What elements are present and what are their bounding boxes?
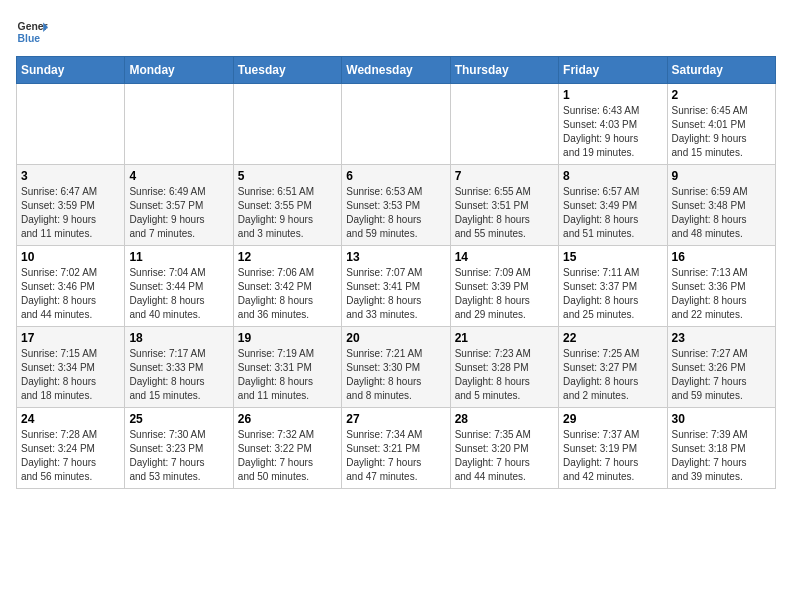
weekday-header: Sunday [17,57,125,84]
day-number: 18 [129,331,228,345]
calendar-body: 1Sunrise: 6:43 AM Sunset: 4:03 PM Daylig… [17,84,776,489]
calendar-cell: 7Sunrise: 6:55 AM Sunset: 3:51 PM Daylig… [450,165,558,246]
day-info: Sunrise: 7:13 AM Sunset: 3:36 PM Dayligh… [672,266,771,322]
day-number: 20 [346,331,445,345]
day-number: 27 [346,412,445,426]
day-info: Sunrise: 7:09 AM Sunset: 3:39 PM Dayligh… [455,266,554,322]
calendar-week-row: 10Sunrise: 7:02 AM Sunset: 3:46 PM Dayli… [17,246,776,327]
day-info: Sunrise: 7:04 AM Sunset: 3:44 PM Dayligh… [129,266,228,322]
weekday-row: SundayMondayTuesdayWednesdayThursdayFrid… [17,57,776,84]
calendar-cell: 19Sunrise: 7:19 AM Sunset: 3:31 PM Dayli… [233,327,341,408]
calendar-cell: 6Sunrise: 6:53 AM Sunset: 3:53 PM Daylig… [342,165,450,246]
calendar-cell [342,84,450,165]
calendar-cell: 26Sunrise: 7:32 AM Sunset: 3:22 PM Dayli… [233,408,341,489]
calendar-cell [125,84,233,165]
page-header: General Blue [16,16,776,48]
calendar-cell [450,84,558,165]
calendar-cell: 18Sunrise: 7:17 AM Sunset: 3:33 PM Dayli… [125,327,233,408]
day-number: 15 [563,250,662,264]
day-number: 14 [455,250,554,264]
day-info: Sunrise: 6:55 AM Sunset: 3:51 PM Dayligh… [455,185,554,241]
weekday-header: Saturday [667,57,775,84]
calendar-cell: 28Sunrise: 7:35 AM Sunset: 3:20 PM Dayli… [450,408,558,489]
day-info: Sunrise: 7:37 AM Sunset: 3:19 PM Dayligh… [563,428,662,484]
day-info: Sunrise: 6:45 AM Sunset: 4:01 PM Dayligh… [672,104,771,160]
svg-text:Blue: Blue [18,33,41,44]
day-info: Sunrise: 6:51 AM Sunset: 3:55 PM Dayligh… [238,185,337,241]
calendar-cell: 5Sunrise: 6:51 AM Sunset: 3:55 PM Daylig… [233,165,341,246]
calendar-cell: 9Sunrise: 6:59 AM Sunset: 3:48 PM Daylig… [667,165,775,246]
calendar-cell: 12Sunrise: 7:06 AM Sunset: 3:42 PM Dayli… [233,246,341,327]
day-number: 2 [672,88,771,102]
logo: General Blue [16,16,48,48]
calendar-cell: 8Sunrise: 6:57 AM Sunset: 3:49 PM Daylig… [559,165,667,246]
day-info: Sunrise: 7:34 AM Sunset: 3:21 PM Dayligh… [346,428,445,484]
calendar-header: SundayMondayTuesdayWednesdayThursdayFrid… [17,57,776,84]
calendar-cell [233,84,341,165]
day-info: Sunrise: 6:53 AM Sunset: 3:53 PM Dayligh… [346,185,445,241]
day-info: Sunrise: 7:27 AM Sunset: 3:26 PM Dayligh… [672,347,771,403]
day-number: 22 [563,331,662,345]
day-info: Sunrise: 7:02 AM Sunset: 3:46 PM Dayligh… [21,266,120,322]
day-info: Sunrise: 7:11 AM Sunset: 3:37 PM Dayligh… [563,266,662,322]
calendar-cell: 17Sunrise: 7:15 AM Sunset: 3:34 PM Dayli… [17,327,125,408]
day-info: Sunrise: 7:25 AM Sunset: 3:27 PM Dayligh… [563,347,662,403]
day-number: 5 [238,169,337,183]
calendar-week-row: 17Sunrise: 7:15 AM Sunset: 3:34 PM Dayli… [17,327,776,408]
day-info: Sunrise: 7:35 AM Sunset: 3:20 PM Dayligh… [455,428,554,484]
calendar-cell [17,84,125,165]
day-info: Sunrise: 6:59 AM Sunset: 3:48 PM Dayligh… [672,185,771,241]
calendar-week-row: 1Sunrise: 6:43 AM Sunset: 4:03 PM Daylig… [17,84,776,165]
day-info: Sunrise: 7:39 AM Sunset: 3:18 PM Dayligh… [672,428,771,484]
day-number: 3 [21,169,120,183]
day-info: Sunrise: 7:28 AM Sunset: 3:24 PM Dayligh… [21,428,120,484]
day-info: Sunrise: 6:43 AM Sunset: 4:03 PM Dayligh… [563,104,662,160]
calendar-cell: 30Sunrise: 7:39 AM Sunset: 3:18 PM Dayli… [667,408,775,489]
day-info: Sunrise: 6:47 AM Sunset: 3:59 PM Dayligh… [21,185,120,241]
day-number: 12 [238,250,337,264]
calendar-cell: 22Sunrise: 7:25 AM Sunset: 3:27 PM Dayli… [559,327,667,408]
calendar-table: SundayMondayTuesdayWednesdayThursdayFrid… [16,56,776,489]
day-info: Sunrise: 7:30 AM Sunset: 3:23 PM Dayligh… [129,428,228,484]
day-number: 9 [672,169,771,183]
calendar-cell: 2Sunrise: 6:45 AM Sunset: 4:01 PM Daylig… [667,84,775,165]
day-number: 24 [21,412,120,426]
calendar-week-row: 3Sunrise: 6:47 AM Sunset: 3:59 PM Daylig… [17,165,776,246]
day-number: 1 [563,88,662,102]
day-number: 23 [672,331,771,345]
calendar-cell: 16Sunrise: 7:13 AM Sunset: 3:36 PM Dayli… [667,246,775,327]
calendar-cell: 25Sunrise: 7:30 AM Sunset: 3:23 PM Dayli… [125,408,233,489]
logo-icon: General Blue [16,16,48,48]
calendar-cell: 10Sunrise: 7:02 AM Sunset: 3:46 PM Dayli… [17,246,125,327]
weekday-header: Tuesday [233,57,341,84]
day-number: 29 [563,412,662,426]
calendar-cell: 27Sunrise: 7:34 AM Sunset: 3:21 PM Dayli… [342,408,450,489]
day-info: Sunrise: 6:49 AM Sunset: 3:57 PM Dayligh… [129,185,228,241]
calendar-cell: 29Sunrise: 7:37 AM Sunset: 3:19 PM Dayli… [559,408,667,489]
day-info: Sunrise: 7:17 AM Sunset: 3:33 PM Dayligh… [129,347,228,403]
day-number: 7 [455,169,554,183]
day-info: Sunrise: 6:57 AM Sunset: 3:49 PM Dayligh… [563,185,662,241]
weekday-header: Thursday [450,57,558,84]
calendar-cell: 14Sunrise: 7:09 AM Sunset: 3:39 PM Dayli… [450,246,558,327]
calendar-cell: 11Sunrise: 7:04 AM Sunset: 3:44 PM Dayli… [125,246,233,327]
weekday-header: Friday [559,57,667,84]
day-info: Sunrise: 7:32 AM Sunset: 3:22 PM Dayligh… [238,428,337,484]
calendar-cell: 21Sunrise: 7:23 AM Sunset: 3:28 PM Dayli… [450,327,558,408]
day-number: 6 [346,169,445,183]
day-number: 8 [563,169,662,183]
day-info: Sunrise: 7:06 AM Sunset: 3:42 PM Dayligh… [238,266,337,322]
day-number: 19 [238,331,337,345]
day-number: 4 [129,169,228,183]
day-number: 17 [21,331,120,345]
calendar-cell: 3Sunrise: 6:47 AM Sunset: 3:59 PM Daylig… [17,165,125,246]
day-number: 21 [455,331,554,345]
calendar-cell: 20Sunrise: 7:21 AM Sunset: 3:30 PM Dayli… [342,327,450,408]
calendar-cell: 1Sunrise: 6:43 AM Sunset: 4:03 PM Daylig… [559,84,667,165]
day-info: Sunrise: 7:19 AM Sunset: 3:31 PM Dayligh… [238,347,337,403]
day-number: 10 [21,250,120,264]
calendar-cell: 24Sunrise: 7:28 AM Sunset: 3:24 PM Dayli… [17,408,125,489]
calendar-cell: 4Sunrise: 6:49 AM Sunset: 3:57 PM Daylig… [125,165,233,246]
weekday-header: Monday [125,57,233,84]
day-info: Sunrise: 7:23 AM Sunset: 3:28 PM Dayligh… [455,347,554,403]
